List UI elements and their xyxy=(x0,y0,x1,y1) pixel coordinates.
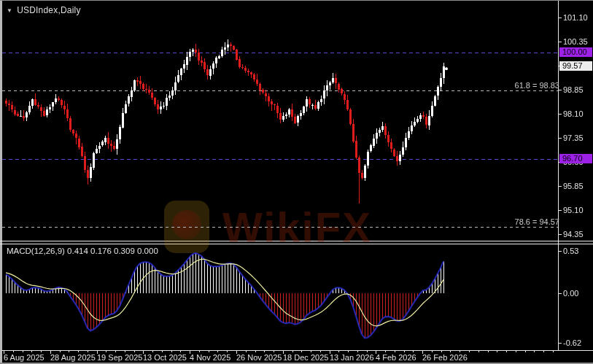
chart-canvas[interactable] xyxy=(0,0,593,364)
chart-window: WikiFX ▼USDIndex,Daily MACD(12,26,9) 0.4… xyxy=(0,0,593,364)
